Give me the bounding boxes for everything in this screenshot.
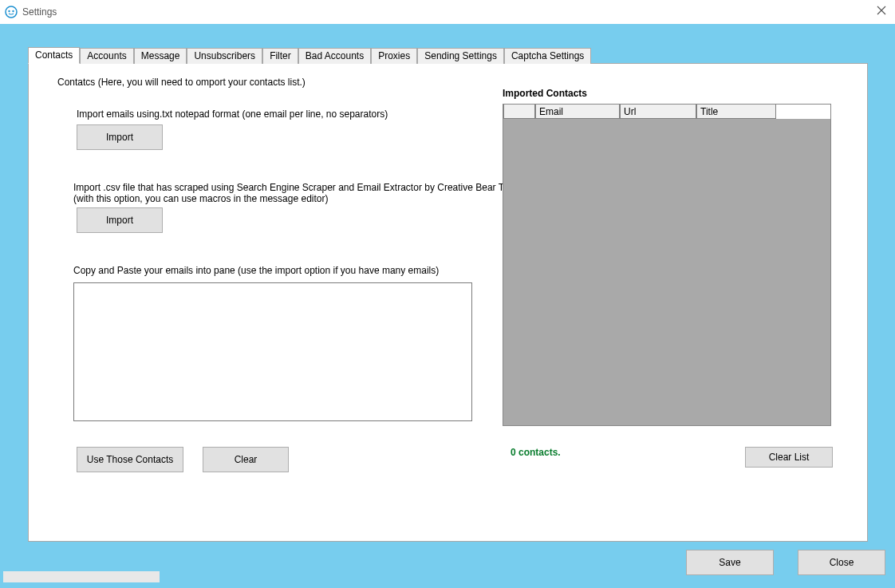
- grid-header-row: Email Url Title: [503, 105, 830, 119]
- horizontal-scrollbar[interactable]: [3, 571, 160, 582]
- save-button[interactable]: Save: [686, 550, 774, 575]
- tab-control: Contacts Accounts Message Unsubscribers …: [28, 48, 868, 543]
- imported-contacts-grid[interactable]: Email Url Title: [503, 104, 831, 426]
- import-csv-button[interactable]: Import: [77, 207, 163, 233]
- app-icon: [5, 6, 18, 18]
- client-area: Contacts Accounts Message Unsubscribers …: [0, 24, 895, 588]
- window-title: Settings: [22, 6, 57, 18]
- paste-label: Copy and Paste your emails into pane (us…: [73, 265, 439, 276]
- contacts-intro-label: Contatcs (Here, you will need to omport …: [57, 77, 306, 88]
- grid-header-url[interactable]: Url: [620, 105, 696, 119]
- contacts-count-label: 0 contacts.: [511, 447, 561, 458]
- tab-strip: Contacts Accounts Message Unsubscribers …: [28, 48, 868, 63]
- tab-message[interactable]: Message: [134, 48, 187, 64]
- tab-contacts[interactable]: Contacts: [28, 47, 80, 64]
- grid-header-rowselector: [503, 105, 535, 119]
- tab-proxies[interactable]: Proxies: [371, 48, 417, 64]
- import-txt-button[interactable]: Import: [77, 124, 163, 150]
- paste-emails-textarea[interactable]: [73, 282, 472, 421]
- clear-paste-button[interactable]: Clear: [203, 447, 289, 472]
- tab-filter[interactable]: Filter: [262, 48, 298, 64]
- txt-import-label: Import emails using.txt notepad format (…: [77, 109, 388, 120]
- svg-point-2: [12, 10, 14, 12]
- grid-header-email[interactable]: Email: [535, 105, 620, 119]
- tab-unsubscribers[interactable]: Unsubscribers: [187, 48, 262, 64]
- titlebar: Settings: [0, 0, 895, 24]
- close-button[interactable]: Close: [798, 550, 885, 575]
- tab-page-contacts: Contatcs (Here, you will need to omport …: [28, 63, 868, 542]
- settings-window: Settings Contacts Accounts Message Unsub…: [0, 0, 895, 588]
- csv-import-label-line2: (with this option, you can use macros in…: [73, 193, 329, 204]
- tab-bad-accounts[interactable]: Bad Accounts: [298, 48, 371, 64]
- tab-accounts[interactable]: Accounts: [80, 48, 133, 64]
- use-those-contacts-button[interactable]: Use Those Contacts: [77, 447, 183, 472]
- clear-list-button[interactable]: Clear List: [745, 447, 833, 468]
- tab-sending-settings[interactable]: Sending Settings: [417, 48, 504, 64]
- tab-captcha-settings[interactable]: Captcha Settings: [504, 48, 591, 64]
- svg-point-1: [8, 10, 10, 12]
- grid-header-title[interactable]: Title: [696, 105, 776, 119]
- window-close-button[interactable]: [876, 5, 887, 16]
- imported-contacts-title: Imported Contacts: [503, 88, 587, 99]
- csv-import-label-line1: Import .csv file that has scraped using …: [73, 182, 521, 193]
- svg-point-0: [6, 6, 17, 18]
